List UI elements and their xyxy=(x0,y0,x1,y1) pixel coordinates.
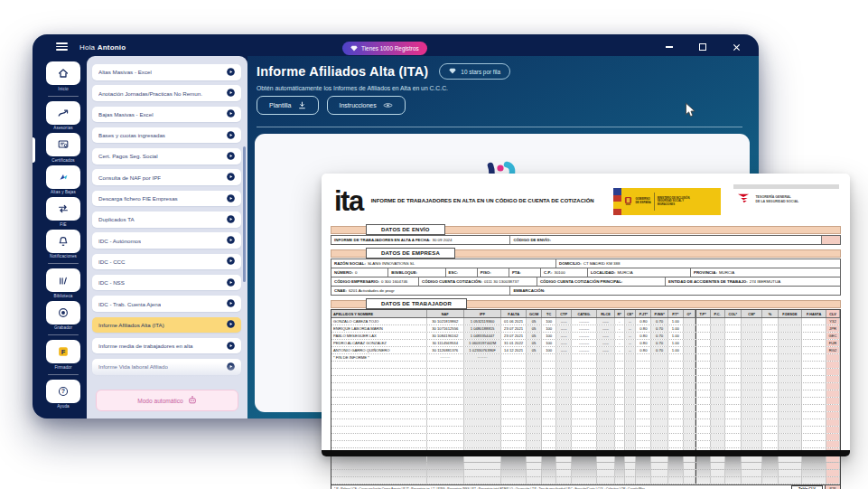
play-icon[interactable] xyxy=(227,109,235,118)
play-icon[interactable] xyxy=(227,342,235,351)
download-icon xyxy=(298,101,306,110)
document-header: ita INFORME DE TRABAJADORES EN ALTA EN U… xyxy=(334,183,839,221)
play-icon[interactable] xyxy=(227,320,235,329)
table-cell: -------- xyxy=(572,325,597,332)
table-cell xyxy=(542,477,556,484)
table-cell xyxy=(572,477,597,484)
instrucciones-button[interactable]: Instrucciones xyxy=(327,96,406,115)
table-cell xyxy=(802,325,826,332)
menu-item-informe-afiliados-alta-ita-[interactable]: Informe Afiliados Alta (ITA) xyxy=(92,317,241,334)
table-cell xyxy=(742,405,763,411)
play-icon[interactable] xyxy=(227,236,235,245)
table-cell xyxy=(572,405,597,411)
menu-item-duplicados-ta[interactable]: Duplicados TA xyxy=(92,212,241,228)
table-cell xyxy=(597,434,615,440)
table-cell: - xyxy=(615,347,625,353)
table-cell xyxy=(826,405,840,411)
sidebar-item-firmador[interactable]: FFirmador xyxy=(46,340,80,370)
sidebar-item-grabador[interactable]: Grabador xyxy=(46,301,80,331)
table-cell xyxy=(779,405,803,411)
table-cell xyxy=(802,463,826,469)
table-cell xyxy=(464,398,501,404)
table-cell xyxy=(527,354,542,361)
certificate-icon xyxy=(46,133,80,156)
table-cell xyxy=(542,456,556,462)
menu-item-informe-vida-laboral-afiliado[interactable]: Informe Vida laboral Afiliado xyxy=(92,359,241,375)
table-cell xyxy=(762,477,778,484)
sidebar-item-notificaciones[interactable]: Notificaciones xyxy=(46,230,80,259)
menu-item-cert-pagos-seg-social[interactable]: Cert. Pagos Seg. Social xyxy=(92,148,241,165)
table-cell xyxy=(668,441,684,447)
plantilla-button[interactable]: Plantilla xyxy=(257,96,319,115)
table-cell xyxy=(527,376,542,382)
sidebar-item-inicio[interactable]: Inicio xyxy=(46,61,80,91)
table-cell: RG2 xyxy=(826,347,840,353)
play-icon[interactable] xyxy=(227,215,235,224)
column-header: R* xyxy=(615,310,625,317)
play-icon[interactable] xyxy=(227,278,235,287)
sidebar-item-ayuda[interactable]: ?Ayuda xyxy=(46,380,80,409)
play-icon[interactable] xyxy=(227,152,235,161)
table-cell xyxy=(711,412,725,418)
menu-item-descarga-fichero-fie-empresas[interactable]: Descarga fichero FIE Empresas xyxy=(92,191,241,207)
table-cell xyxy=(625,441,637,447)
table-cell xyxy=(615,398,625,404)
table-cell: 05 xyxy=(527,325,542,332)
menu-item-bases-y-cuotas-ingresadas[interactable]: Bases y cuotas ingresadas xyxy=(92,127,241,144)
table-cell xyxy=(556,369,572,375)
table-cell xyxy=(711,398,725,404)
table-cell xyxy=(684,470,695,476)
table-cell xyxy=(802,405,826,411)
play-icon[interactable] xyxy=(227,194,235,203)
sidebar-item-fie[interactable]: FIE xyxy=(46,197,80,227)
menu-item-anotaci-n-jornadas-practicas-no-remun-[interactable]: Anotación Jornadas/Practicas No Remun. xyxy=(92,85,241,101)
menu-panel: Altas Masivas - ExcelAnotación Jornadas/… xyxy=(87,56,247,418)
table-cell xyxy=(725,412,742,418)
menu-item-altas-masivas-excel[interactable]: Altas Masivas - Excel xyxy=(92,64,241,80)
table-cell xyxy=(695,376,711,382)
play-icon[interactable] xyxy=(227,362,235,371)
menu-item-idc-ccc[interactable]: IDC - CCC xyxy=(92,254,241,270)
sidebar-item-certificados[interactable]: Certificados xyxy=(46,133,80,163)
play-icon[interactable] xyxy=(227,131,235,140)
menu-scrollbar[interactable] xyxy=(243,146,247,282)
table-cell: ········ xyxy=(464,354,501,361)
modo-automatico-button[interactable]: Modo automático xyxy=(96,390,238,411)
minimize-button[interactable] xyxy=(665,42,674,52)
table-cell xyxy=(725,456,742,462)
maximize-button[interactable] xyxy=(698,42,707,52)
menu-item-consulta-de-naf-por-ipf[interactable]: Consulta de NAF por IPF xyxy=(92,169,241,185)
play-icon[interactable] xyxy=(227,257,235,266)
table-cell xyxy=(636,412,651,418)
hamburger-menu-icon[interactable] xyxy=(56,42,68,51)
table-cell xyxy=(556,456,572,462)
play-icon[interactable] xyxy=(227,173,235,182)
table-cell xyxy=(556,398,572,404)
table-cell: 1 0480188815 xyxy=(464,325,501,332)
table-cell xyxy=(556,441,572,447)
play-icon[interactable] xyxy=(227,68,235,77)
table-cell xyxy=(572,369,597,375)
sidebar-item-asesor-as[interactable]: Asesorías xyxy=(46,101,80,131)
menu-item-idc-trab-cuenta-ajena[interactable]: IDC - Trab. Cuenta Ajena xyxy=(92,296,241,312)
menu-item-bajas-masivas-excel[interactable]: Bajas Masivas - Excel xyxy=(92,107,241,123)
close-button[interactable] xyxy=(732,42,741,52)
table-cell xyxy=(779,427,803,433)
table-cell xyxy=(684,405,695,411)
registros-badge[interactable]: Tienes 1000 Registros xyxy=(342,42,427,55)
worker-row: PABLO MESEGUER LAX30 10841961621 0483354… xyxy=(331,333,840,340)
sidebar-item-altas-y-bajas[interactable]: Altas y Bajas xyxy=(46,165,80,195)
table-cell xyxy=(556,434,572,440)
table-cell: 23 07 2021 xyxy=(501,333,527,339)
play-icon[interactable] xyxy=(227,89,235,98)
table-cell xyxy=(597,390,615,397)
table-cell xyxy=(695,412,711,418)
table-cell xyxy=(527,383,542,390)
play-icon[interactable] xyxy=(227,299,235,308)
menu-item-informe-media-de-trabajadores-en-alta[interactable]: Informe media de trabajadores en alta xyxy=(92,338,241,354)
menu-item-idc-nss[interactable]: IDC - NSS xyxy=(92,275,241,291)
column-header: F.ALTA xyxy=(501,310,527,317)
stars-badge[interactable]: 10 stars por fila xyxy=(439,63,510,80)
menu-item-idc-aut-nomos[interactable]: IDC - Autónomos xyxy=(92,232,241,249)
sidebar-item-biblioteca[interactable]: Biblioteca xyxy=(46,268,80,298)
